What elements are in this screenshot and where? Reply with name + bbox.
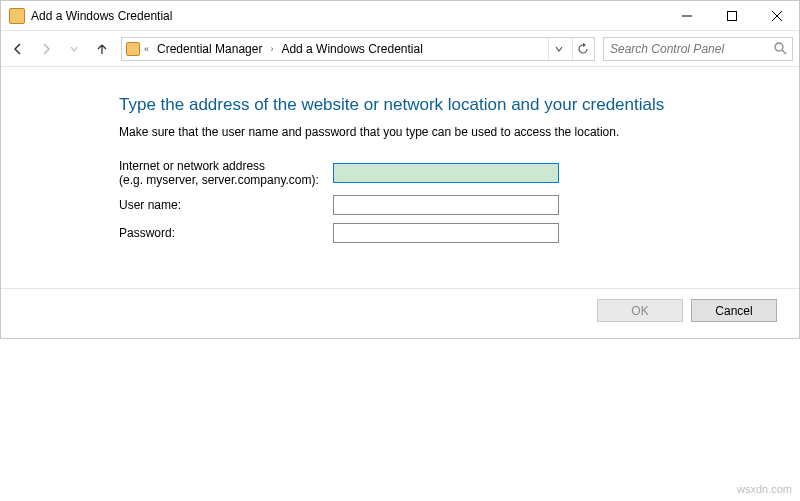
search-box[interactable] bbox=[603, 37, 793, 61]
chevron-left-icon[interactable]: « bbox=[144, 44, 149, 54]
control-panel-icon bbox=[126, 42, 140, 56]
row-password: Password: bbox=[119, 223, 799, 243]
navigation-bar: « Credential Manager › Add a Windows Cre… bbox=[1, 31, 799, 67]
nav-up-button[interactable] bbox=[89, 36, 115, 62]
window-title: Add a Windows Credential bbox=[31, 9, 172, 23]
window-frame: Add a Windows Credential bbox=[0, 0, 800, 339]
page-subtext: Make sure that the user name and passwor… bbox=[119, 125, 799, 139]
address-bar[interactable]: « Credential Manager › Add a Windows Cre… bbox=[121, 37, 595, 61]
input-address[interactable] bbox=[333, 163, 559, 183]
nav-recent-dropdown[interactable] bbox=[61, 36, 87, 62]
label-address: Internet or network address (e.g. myserv… bbox=[119, 159, 333, 187]
svg-rect-1 bbox=[727, 11, 736, 20]
page-heading: Type the address of the website or netwo… bbox=[119, 95, 799, 115]
window-controls bbox=[664, 1, 799, 30]
input-username[interactable] bbox=[333, 195, 559, 215]
button-row: OK Cancel bbox=[1, 289, 799, 338]
row-address: Internet or network address (e.g. myserv… bbox=[119, 159, 799, 187]
titlebar: Add a Windows Credential bbox=[1, 1, 799, 31]
minimize-button[interactable] bbox=[664, 1, 709, 30]
breadcrumb-add-credential[interactable]: Add a Windows Credential bbox=[277, 42, 426, 56]
control-panel-icon bbox=[9, 8, 25, 24]
label-password: Password: bbox=[119, 226, 333, 240]
row-username: User name: bbox=[119, 195, 799, 215]
svg-point-4 bbox=[775, 43, 783, 51]
refresh-button[interactable] bbox=[572, 38, 592, 60]
search-input[interactable] bbox=[604, 42, 768, 56]
nav-forward-button[interactable] bbox=[33, 36, 59, 62]
watermark: wsxdn.com bbox=[737, 483, 792, 495]
svg-line-5 bbox=[782, 50, 786, 54]
content-area: Type the address of the website or netwo… bbox=[1, 67, 799, 282]
input-password[interactable] bbox=[333, 223, 559, 243]
cancel-button[interactable]: Cancel bbox=[691, 299, 777, 322]
breadcrumb-credential-manager[interactable]: Credential Manager bbox=[153, 42, 266, 56]
nav-back-button[interactable] bbox=[5, 36, 31, 62]
address-history-dropdown[interactable] bbox=[548, 38, 568, 60]
titlebar-left: Add a Windows Credential bbox=[1, 8, 172, 24]
ok-button[interactable]: OK bbox=[597, 299, 683, 322]
label-username: User name: bbox=[119, 198, 333, 212]
chevron-right-icon[interactable]: › bbox=[270, 44, 273, 54]
maximize-button[interactable] bbox=[709, 1, 754, 30]
search-icon[interactable] bbox=[768, 42, 792, 55]
close-button[interactable] bbox=[754, 1, 799, 30]
